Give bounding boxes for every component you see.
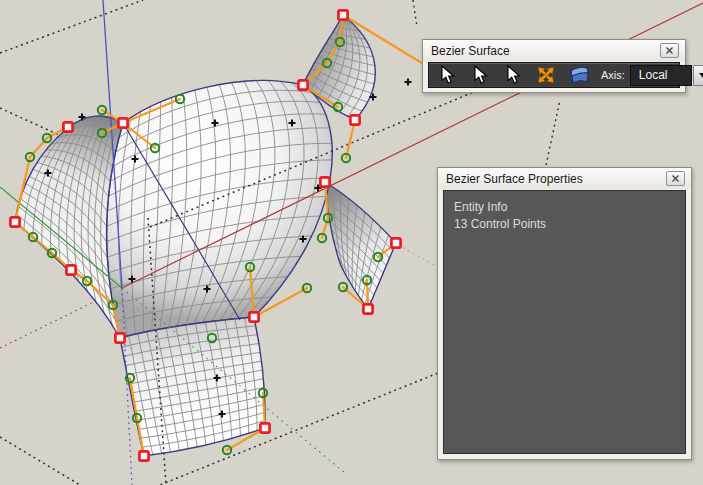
guide-line [0,437,80,485]
properties-content: Entity Info 13 Control Points [443,190,686,454]
guide-line [398,245,436,266]
toolbar-body: Axis: Local [428,62,680,88]
control-point-red[interactable] [338,10,347,19]
toolbar-window: Bezier Surface [422,39,686,93]
select-tool-button-3[interactable] [498,63,528,88]
entity-info-line: Entity Info [454,199,675,216]
axis-dropdown-value[interactable]: Local [630,65,692,86]
control-points-line: 13 Control Points [454,216,675,233]
guide-line [0,0,143,53]
control-point-red[interactable] [118,118,127,127]
control-point-red[interactable] [391,238,400,247]
control-point-red[interactable] [249,312,258,321]
patch-tool-button[interactable] [564,63,594,88]
cursor-arrow-icon [472,65,488,85]
guide-line [413,0,417,27]
toolbar-title: Bezier Surface [431,44,660,58]
properties-close-button[interactable] [666,171,685,186]
surface-patch-center-dome[interactable] [106,81,332,338]
properties-title: Bezier Surface Properties [446,172,666,186]
control-point-red[interactable] [63,122,72,131]
close-icon [666,47,673,54]
control-point-interior[interactable] [405,79,412,86]
select-tool-button-1[interactable] [432,63,462,88]
close-icon [672,175,679,182]
move-tool-button[interactable] [531,63,561,88]
control-point-red[interactable] [260,423,269,432]
guide-line [546,100,560,165]
axis-dropdown-button[interactable] [693,65,703,86]
properties-titlebar[interactable]: Bezier Surface Properties [438,168,691,189]
surface-patch-left-wing[interactable] [15,116,123,338]
toolbar-close-button[interactable] [660,43,679,58]
control-point-red[interactable] [298,80,307,89]
surface-patch-right-flap[interactable] [325,182,396,309]
surface-patch-bottom-patch[interactable] [120,317,265,456]
move-arrows-icon [534,64,558,86]
cursor-arrow-icon [505,65,521,85]
toolbar-titlebar[interactable]: Bezier Surface [423,40,685,61]
properties-window: Bezier Surface Properties Entity Info 13… [437,167,692,460]
control-point-red[interactable] [139,451,148,460]
dropdown-arrow-icon [699,73,703,78]
control-point-red[interactable] [320,177,329,186]
control-point-red[interactable] [10,217,19,226]
control-point-red[interactable] [350,115,359,124]
select-tool-button-2[interactable] [465,63,495,88]
control-point-red[interactable] [363,304,372,313]
cursor-arrow-icon [439,65,455,85]
application-root: { "toolbar": { "title": "Bezier Surface"… [0,0,703,485]
control-point-red[interactable] [115,333,124,342]
axis-label: Axis: [601,69,625,81]
control-point-red[interactable] [66,265,75,274]
patch-cube-icon [567,64,591,86]
